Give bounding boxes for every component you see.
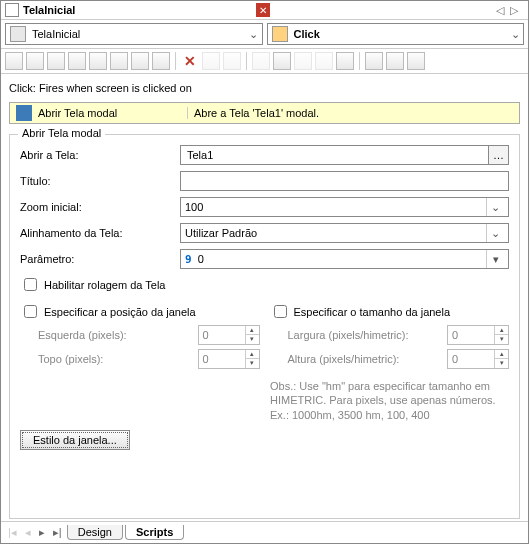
tool-button[interactable] [26, 52, 44, 70]
nav-next-icon[interactable]: ▷ [510, 4, 518, 17]
label-align: Alinhamento da Tela: [20, 227, 180, 239]
top-input: 0 ▴▾ [198, 349, 260, 369]
chevron-down-icon[interactable]: ⌄ [246, 28, 262, 41]
observation-text: Obs.: Use "hm" para especificar tamanho … [270, 379, 509, 422]
nav-prev-icon[interactable]: ◁ [496, 4, 504, 17]
tool-button[interactable] [152, 52, 170, 70]
properties-group: Abrir Tela modal Abrir a Tela: … Título:… [9, 134, 520, 519]
action-row[interactable]: Abrir Tela modal Abre a Tela 'Tela1' mod… [9, 102, 520, 124]
close-icon[interactable]: ✕ [256, 3, 270, 17]
tab-next-icon[interactable]: ▸ [36, 526, 48, 539]
window-icon [5, 3, 19, 17]
tool-button[interactable] [47, 52, 65, 70]
tab-first-icon: |◂ [5, 526, 20, 539]
height-row: Altura (pixels/himetric): 0 ▴▾ [288, 349, 510, 369]
open-screen-input[interactable] [180, 145, 489, 165]
object-selector[interactable]: TelaInicial ⌄ [5, 23, 263, 45]
specify-size-checkbox[interactable]: Especificar o tamanho da janela [270, 302, 510, 321]
param-type-icon: 9 [185, 253, 192, 266]
bottom-tabs: |◂ ◂ ▸ ▸| Design Scripts [1, 521, 528, 543]
tool-button[interactable] [386, 52, 404, 70]
tool-button [252, 52, 270, 70]
selector-bar: TelaInicial ⌄ Click ⌄ [1, 20, 528, 49]
move-down-icon [223, 52, 241, 70]
browse-button[interactable]: … [489, 145, 509, 165]
window-title: TelaInicial [23, 4, 250, 16]
tool-button[interactable] [89, 52, 107, 70]
delete-icon[interactable]: ✕ [181, 52, 199, 70]
event-icon [272, 26, 288, 42]
align-select[interactable]: Utilizar Padrão ⌄ [180, 223, 509, 243]
chevron-down-icon[interactable]: ⌄ [507, 28, 523, 41]
label-zoom: Zoom inicial: [20, 201, 180, 213]
dropdown-button[interactable]: ▾ [486, 250, 504, 268]
action-icon [16, 105, 32, 121]
zoom-select[interactable]: 100 ⌄ [180, 197, 509, 217]
tab-last-icon[interactable]: ▸| [50, 526, 65, 539]
tool-button[interactable] [110, 52, 128, 70]
tool-button[interactable] [131, 52, 149, 70]
tab-design[interactable]: Design [67, 525, 123, 540]
action-desc: Abre a Tela 'Tela1' modal. [188, 107, 519, 119]
tool-button[interactable] [336, 52, 354, 70]
tool-button [294, 52, 312, 70]
enable-scroll-checkbox[interactable]: Habilitar rolagem da Tela [20, 275, 509, 294]
tab-scripts[interactable]: Scripts [125, 525, 184, 540]
left-input: 0 ▴▾ [198, 325, 260, 345]
tool-button [315, 52, 333, 70]
chevron-down-icon[interactable]: ⌄ [486, 224, 504, 242]
param-input[interactable]: 9 0 ▾ [180, 249, 509, 269]
label-title: Título: [20, 175, 180, 187]
width-input: 0 ▴▾ [447, 325, 509, 345]
event-description: Click: Fires when screen is clicked on [9, 82, 520, 94]
event-selector-text: Click [292, 28, 508, 40]
move-up-icon [202, 52, 220, 70]
tool-button[interactable] [68, 52, 86, 70]
tool-button[interactable] [407, 52, 425, 70]
content-area: Click: Fires when screen is clicked on A… [1, 74, 528, 521]
label-open-screen: Abrir a Tela: [20, 149, 180, 161]
height-input: 0 ▴▾ [447, 349, 509, 369]
top-row: Topo (pixels): 0 ▴▾ [38, 349, 260, 369]
event-selector[interactable]: Click ⌄ [267, 23, 525, 45]
width-row: Largura (pixels/himetric): 0 ▴▾ [288, 325, 510, 345]
label-param: Parâmetro: [20, 253, 180, 265]
toolbar: ✕ [1, 49, 528, 74]
object-selector-text: TelaInicial [30, 28, 246, 40]
tool-button[interactable] [5, 52, 23, 70]
title-bar: TelaInicial ✕ ◁ ▷ [1, 1, 528, 20]
group-title: Abrir Tela modal [18, 127, 105, 139]
window-style-button[interactable]: Estilo da janela... [20, 430, 130, 450]
left-row: Esquerda (pixels): 0 ▴▾ [38, 325, 260, 345]
tab-prev-icon: ◂ [22, 526, 34, 539]
action-name: Abrir Tela modal [38, 107, 188, 119]
screen-icon [10, 26, 26, 42]
chevron-down-icon[interactable]: ⌄ [486, 198, 504, 216]
tool-button[interactable] [365, 52, 383, 70]
specify-position-checkbox[interactable]: Especificar a posição da janela [20, 302, 260, 321]
title-input[interactable] [180, 171, 509, 191]
find-icon[interactable] [273, 52, 291, 70]
